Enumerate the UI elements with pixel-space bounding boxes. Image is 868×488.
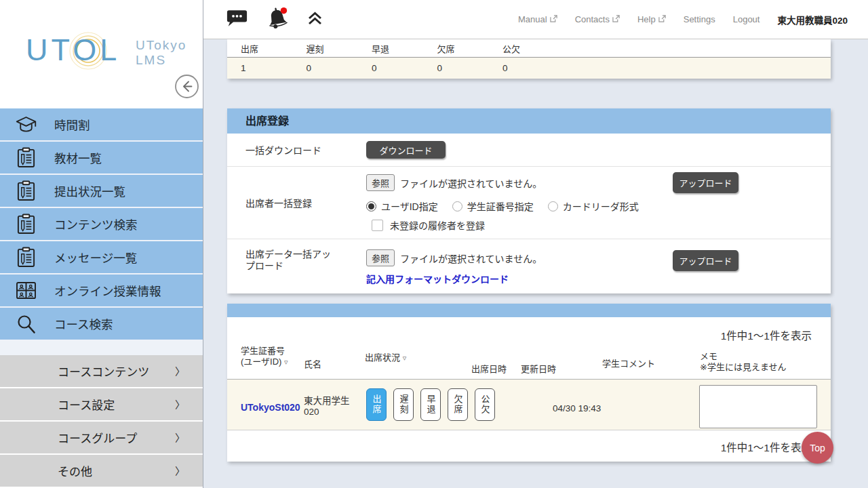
col-name: 氏名	[304, 359, 321, 370]
table-footer: 1件中1〜1件を表示	[227, 430, 831, 462]
utokyo-lms-label: UTokyo LMS	[136, 38, 186, 68]
logout-link[interactable]: Logout	[733, 14, 760, 24]
radio-card-reader[interactable]	[548, 201, 558, 211]
student-attendance-table: 1件中1〜1件を表示 学生証番号 (ユーザID) ▿ 氏名 出席状況 ▿ 出席日…	[227, 304, 831, 462]
manual-link[interactable]: Manual	[518, 14, 557, 24]
col-attend-time: 出席日時	[471, 364, 507, 375]
clipboard-icon	[14, 214, 38, 235]
collapse-header-icon	[307, 12, 323, 28]
scroll-to-top-button[interactable]: Top	[802, 432, 833, 464]
col-update-time: 更新日時	[521, 364, 556, 375]
chevron-right-icon: 〉	[175, 397, 185, 411]
summary-col-late: 遅刻	[293, 42, 359, 55]
sidebar-collapse-button[interactable]	[174, 74, 199, 100]
summary-col-absent: 欠席	[424, 42, 490, 55]
sidebar-item-messages[interactable]: メッセージ一覧	[0, 241, 203, 274]
col-student-id[interactable]: 学生証番号 (ユーザID) ▿	[241, 346, 288, 367]
contacts-link[interactable]: Contacts	[575, 14, 620, 24]
display-count-top: 1件中1〜1件を表示	[721, 327, 812, 342]
upload-button[interactable]: アップロード	[673, 250, 738, 271]
memo-textarea[interactable]	[699, 385, 817, 428]
summary-col-early-leave: 早退	[358, 42, 424, 55]
register-unenrolled-label[interactable]: 未登録の履修者を登録	[390, 218, 485, 232]
sidebar: UTOL UTokyo LMS 時間割 教材一	[0, 0, 203, 488]
status-excused-button[interactable]: 公欠	[475, 388, 495, 421]
student-id-link[interactable]: UTokyoSt020	[241, 402, 300, 413]
messages-button[interactable]	[226, 9, 248, 30]
attendee-bulk-controls: 参照 ファイルが選択されていません。 アップロード ユーザID指定 学生証番号指…	[366, 167, 831, 239]
radio-card-reader-label[interactable]: カードリーダ形式	[563, 199, 639, 213]
summary-val-absent: 0	[424, 63, 490, 73]
sidebar-item-submission-status[interactable]: 提出状況一覧	[0, 175, 203, 208]
sidebar-item-others[interactable]: その他 〉	[0, 455, 203, 488]
summary-val-late: 0	[293, 63, 359, 73]
sort-icon: ▿	[284, 358, 288, 366]
summary-col-attend: 出席	[227, 42, 293, 55]
panel-title: 出席登録	[227, 108, 831, 134]
search-icon	[14, 314, 38, 334]
settings-link[interactable]: Settings	[684, 14, 715, 24]
chevron-right-icon: 〉	[175, 364, 185, 378]
collapse-header-button[interactable]	[307, 12, 323, 28]
data-upload-controls: 参照 ファイルが選択されていません。 アップロード 記入用フォーマットダウンロー…	[366, 239, 831, 292]
summary-val-early-leave: 0	[358, 63, 424, 73]
file-status-text: ファイルが選択されていません。	[400, 176, 542, 190]
col-memo: メモ ※学生には見えません	[700, 351, 787, 373]
col-status[interactable]: 出席状況 ▿	[365, 352, 406, 363]
sidebar-item-online-class-info[interactable]: オンライン授業情報	[0, 274, 203, 308]
radio-student-card-number-label[interactable]: 学生証番号指定	[467, 199, 534, 213]
bulk-download-label: 一括ダウンロード	[227, 143, 366, 157]
back-arrow-circle-icon	[174, 91, 199, 101]
attendance-data-upload-row: 出席データ一括アップロード 参照 ファイルが選択されていません。 アップロード …	[227, 239, 831, 293]
external-link-icon	[658, 14, 666, 24]
summary-val-excused: 0	[489, 63, 555, 73]
summary-col-excused: 公欠	[489, 42, 555, 55]
register-unenrolled-checkbox[interactable]	[372, 220, 383, 231]
help-link[interactable]: Help	[637, 14, 666, 24]
user-name: 東大用教職員020	[777, 13, 848, 26]
attendee-bulk-label: 出席者一括登録	[227, 167, 366, 239]
sidebar-item-materials[interactable]: 教材一覧	[0, 142, 203, 175]
sidebar-item-course-search[interactable]: コース検索	[0, 308, 203, 341]
sidebar-item-course-group[interactable]: コースグループ 〉	[0, 422, 203, 455]
notifications-button[interactable]	[265, 7, 290, 32]
sidebar-item-course-settings[interactable]: コース設定 〉	[0, 388, 203, 422]
table-column-headers: 1件中1〜1件を表示 学生証番号 (ユーザID) ▿ 氏名 出席状況 ▿ 出席日…	[227, 317, 831, 380]
utol-logo: UTOL	[26, 33, 120, 68]
file-select-line: 参照 ファイルが選択されていません。 アップロード	[366, 172, 831, 193]
status-button-group: 出席 遅刻 早退 欠席 公欠	[366, 388, 495, 421]
browse-button[interactable]: 参照	[366, 249, 395, 266]
status-late-button[interactable]: 遅刻	[393, 388, 414, 421]
table-header-strip	[227, 304, 831, 317]
upload-button[interactable]: アップロード	[673, 172, 738, 193]
sidebar-nav: 時間割 教材一覧 提出状況一覧 コンテンツ検索 メッセージ一覧	[0, 108, 203, 488]
attendance-register-panel: 出席登録 一括ダウンロード ダウンロード 出席者一括登録 参照 ファイルが選択さ…	[227, 108, 831, 293]
online-class-icon	[14, 281, 38, 300]
graduation-cap-icon	[14, 115, 38, 134]
id-type-radio-group: ユーザID指定 学生証番号指定 カードリーダ形式	[366, 199, 831, 213]
col-student-comment: 学生コメント	[602, 359, 655, 369]
external-link-icon	[612, 14, 620, 24]
summary-val-attend: 1	[227, 63, 293, 73]
sidebar-item-course-contents[interactable]: コースコンテンツ 〉	[0, 355, 203, 388]
chevron-right-icon: 〉	[175, 430, 185, 445]
display-count-bottom: 1件中1〜1件を表示	[721, 439, 812, 454]
status-early-leave-button[interactable]: 早退	[420, 388, 441, 421]
browse-button[interactable]: 参照	[366, 174, 395, 191]
main-content: 出席 遅刻 早退 欠席 公欠 1 0 0 0 0 出席登録 一括ダウンロード ダ…	[203, 39, 868, 488]
clipboard-icon	[14, 247, 38, 268]
sidebar-item-content-search[interactable]: コンテンツ検索	[0, 208, 203, 241]
radio-user-id[interactable]	[366, 201, 376, 211]
status-attend-button[interactable]: 出席	[366, 388, 387, 421]
clipboard-icon	[14, 147, 38, 168]
status-absent-button[interactable]: 欠席	[448, 388, 468, 421]
notifications-bell-icon	[265, 7, 290, 32]
radio-user-id-label[interactable]: ユーザID指定	[381, 199, 438, 213]
messages-icon	[226, 9, 248, 30]
logo-area: UTOL UTokyo LMS	[0, 0, 203, 108]
download-button[interactable]: ダウンロード	[366, 141, 446, 159]
register-unenrolled-line: 未登録の履修者を登録	[366, 218, 831, 232]
format-download-link[interactable]: 記入用フォーマットダウンロード	[366, 272, 509, 285]
radio-student-card-number[interactable]	[452, 201, 462, 211]
sidebar-item-timetable[interactable]: 時間割	[0, 108, 203, 142]
